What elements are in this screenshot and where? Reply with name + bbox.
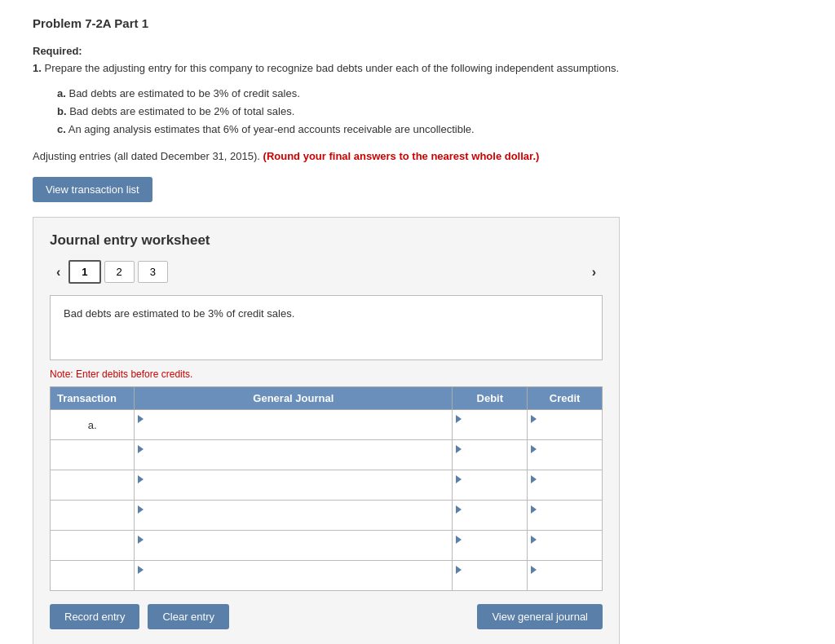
credit-input-1[interactable] bbox=[531, 424, 599, 438]
worksheet-title: Journal entry worksheet bbox=[50, 232, 603, 249]
credit-indicator-6 bbox=[531, 566, 537, 574]
list-item: b. Bad debts are estimated to be 2% of t… bbox=[57, 103, 802, 121]
item1-num: 1. bbox=[33, 62, 42, 74]
credit-cell-3[interactable] bbox=[528, 470, 603, 501]
credit-indicator-5 bbox=[531, 536, 537, 544]
transaction-cell-5 bbox=[51, 531, 135, 561]
tab-2[interactable]: 2 bbox=[104, 261, 135, 283]
debit-indicator-4 bbox=[456, 505, 462, 514]
th-debit: Debit bbox=[453, 387, 528, 410]
row-indicator-1 bbox=[138, 415, 144, 423]
table-row: a. bbox=[51, 410, 603, 440]
debit-input-6[interactable] bbox=[456, 575, 524, 589]
tab-1[interactable]: 1 bbox=[68, 260, 100, 284]
debit-cell-1[interactable] bbox=[453, 410, 528, 440]
debit-cell-5[interactable] bbox=[453, 531, 528, 561]
item-a-letter: a. bbox=[57, 87, 66, 99]
credit-cell-5[interactable] bbox=[528, 531, 603, 561]
debit-cell-3[interactable] bbox=[453, 470, 528, 501]
credit-cell-6[interactable] bbox=[528, 561, 603, 591]
general-journal-cell-4[interactable] bbox=[135, 501, 453, 531]
debit-cell-6[interactable] bbox=[453, 561, 528, 591]
row-indicator-6 bbox=[138, 566, 144, 574]
row-indicator-4 bbox=[138, 505, 144, 514]
credit-cell-4[interactable] bbox=[528, 501, 603, 531]
debit-credit-note: Note: Enter debits before credits. bbox=[50, 368, 603, 380]
general-journal-input-5[interactable] bbox=[138, 545, 448, 558]
clear-entry-button[interactable]: Clear entry bbox=[148, 604, 229, 629]
general-journal-cell-6[interactable] bbox=[135, 561, 453, 591]
debit-indicator-2 bbox=[456, 445, 462, 453]
th-transaction: Transaction bbox=[51, 387, 135, 410]
credit-input-5[interactable] bbox=[531, 545, 599, 558]
sub-items-list: a. Bad debts are estimated to be 3% of c… bbox=[57, 85, 802, 139]
item-c-letter: c. bbox=[57, 123, 66, 135]
table-row bbox=[51, 531, 603, 561]
item-c-text: An aging analysis estimates that 6% of y… bbox=[68, 123, 475, 135]
general-journal-cell-1[interactable] bbox=[135, 410, 453, 440]
general-journal-input-1[interactable] bbox=[138, 424, 448, 438]
item-b-text: Bad debts are estimated to be 2% of tota… bbox=[69, 105, 294, 117]
transaction-cell-1: a. bbox=[51, 410, 135, 440]
th-credit: Credit bbox=[528, 387, 603, 410]
transaction-cell-6 bbox=[51, 561, 135, 591]
table-row bbox=[51, 470, 603, 501]
debit-input-1[interactable] bbox=[456, 424, 524, 438]
credit-input-4[interactable] bbox=[531, 514, 599, 528]
adjusting-note-plain: Adjusting entries (all dated December 31… bbox=[33, 150, 260, 162]
view-transaction-button[interactable]: View transaction list bbox=[33, 177, 152, 202]
credit-input-2[interactable] bbox=[531, 454, 599, 468]
row-indicator-5 bbox=[138, 536, 144, 544]
view-general-journal-button[interactable]: View general journal bbox=[477, 604, 603, 629]
debit-indicator-5 bbox=[456, 536, 462, 544]
row-indicator-3 bbox=[138, 475, 144, 483]
table-row bbox=[51, 440, 603, 470]
next-tab-arrow[interactable]: › bbox=[585, 262, 603, 283]
general-journal-cell-3[interactable] bbox=[135, 470, 453, 501]
general-journal-input-6[interactable] bbox=[138, 575, 448, 589]
page-title: Problem 7-2A Part 1 bbox=[33, 16, 802, 30]
debit-cell-4[interactable] bbox=[453, 501, 528, 531]
credit-indicator-2 bbox=[531, 445, 537, 453]
debit-input-2[interactable] bbox=[456, 454, 524, 468]
credit-input-3[interactable] bbox=[531, 484, 599, 498]
prev-tab-arrow[interactable]: ‹ bbox=[50, 262, 67, 283]
credit-cell-2[interactable] bbox=[528, 440, 603, 470]
entry-description: Bad debts are estimated to be 3% of cred… bbox=[50, 295, 603, 360]
credit-indicator-1 bbox=[531, 415, 537, 423]
general-journal-input-2[interactable] bbox=[138, 454, 448, 468]
th-general-journal: General Journal bbox=[135, 387, 453, 410]
debit-input-3[interactable] bbox=[456, 484, 524, 498]
debit-input-5[interactable] bbox=[456, 545, 524, 558]
credit-cell-1[interactable] bbox=[528, 410, 603, 440]
row-indicator-2 bbox=[138, 445, 144, 453]
record-entry-button[interactable]: Record entry bbox=[50, 604, 139, 629]
list-item: c. An aging analysis estimates that 6% o… bbox=[57, 121, 802, 139]
debit-cell-2[interactable] bbox=[453, 440, 528, 470]
item-b-letter: b. bbox=[57, 105, 67, 117]
credit-input-6[interactable] bbox=[531, 575, 599, 589]
debit-indicator-6 bbox=[456, 566, 462, 574]
transaction-cell-4 bbox=[51, 501, 135, 531]
general-journal-cell-2[interactable] bbox=[135, 440, 453, 470]
adjusting-note-bold: (Round your final answers to the nearest… bbox=[263, 150, 540, 162]
credit-indicator-4 bbox=[531, 505, 537, 514]
action-buttons: Record entry Clear entry View general jo… bbox=[50, 604, 603, 629]
instructions: 1. Prepare the adjusting entry for this … bbox=[33, 60, 802, 77]
table-row bbox=[51, 561, 603, 591]
item1-text: Prepare the adjusting entry for this com… bbox=[44, 62, 619, 74]
journal-worksheet: Journal entry worksheet ‹ 1 2 3 › Bad de… bbox=[33, 217, 620, 644]
transaction-cell-3 bbox=[51, 470, 135, 501]
list-item: a. Bad debts are estimated to be 3% of c… bbox=[57, 85, 802, 103]
general-journal-cell-5[interactable] bbox=[135, 531, 453, 561]
tab-3[interactable]: 3 bbox=[138, 261, 168, 283]
debit-input-4[interactable] bbox=[456, 514, 524, 528]
general-journal-input-4[interactable] bbox=[138, 514, 448, 528]
tab-navigation: ‹ 1 2 3 › bbox=[50, 260, 603, 284]
table-row bbox=[51, 501, 603, 531]
adjusting-note: Adjusting entries (all dated December 31… bbox=[33, 148, 802, 165]
item-a-text: Bad debts are estimated to be 3% of cred… bbox=[68, 87, 299, 99]
debit-indicator-1 bbox=[456, 415, 462, 423]
required-label: Required: bbox=[33, 45, 802, 57]
general-journal-input-3[interactable] bbox=[138, 484, 448, 498]
